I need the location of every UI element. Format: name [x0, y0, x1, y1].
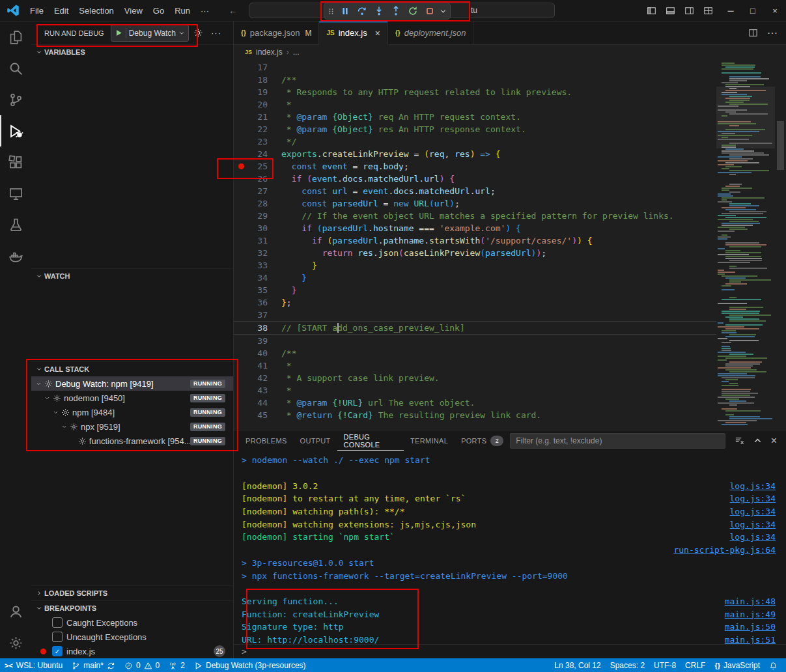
menu-go[interactable]: Go	[148, 4, 169, 18]
stop-button[interactable]	[421, 5, 438, 18]
source-link[interactable]: log.js:34	[730, 481, 776, 491]
split-editor-icon[interactable]	[748, 28, 758, 38]
filter-input[interactable]	[511, 436, 724, 445]
debug-console-input[interactable]: >	[234, 644, 786, 658]
debug-console-output[interactable]: > nodemon --watch ./ --exec npm start[no…	[234, 451, 786, 644]
code-line[interactable]: 37	[234, 309, 716, 321]
status-ports[interactable]: 2	[164, 658, 189, 672]
step-into-button[interactable]	[371, 5, 387, 18]
source-link[interactable]: log.js:34	[730, 520, 776, 529]
watch-section-header[interactable]: WATCH	[31, 268, 233, 283]
breadcrumb-file[interactable]: index.js	[256, 48, 283, 57]
code-line[interactable]: 34 }	[234, 272, 716, 284]
menu-more[interactable]: ···	[195, 4, 214, 18]
breakpoint-icon[interactable]	[234, 163, 248, 169]
code-line[interactable]: 18/**	[234, 74, 716, 86]
breakpoint-item[interactable]: ✓index.js25	[31, 644, 233, 658]
minimize-button[interactable]: ─	[720, 0, 742, 21]
source-link[interactable]: log.js:34	[730, 494, 776, 503]
remote-explorer-icon[interactable]	[0, 178, 31, 209]
toggle-secondary-sidebar-icon[interactable]	[684, 6, 694, 16]
editor[interactable]: 1718/**19 * Responds to any HTTP request…	[234, 59, 786, 430]
code-line[interactable]: 33 }	[234, 259, 716, 272]
panel-tab-debug-console[interactable]: DEBUG CONSOLE	[337, 430, 404, 451]
code-line[interactable]: 23 */	[234, 135, 716, 148]
menu-run[interactable]: Run	[169, 4, 195, 18]
source-link[interactable]: run-script-pkg.js:64	[673, 545, 776, 555]
status-language[interactable]: {}JavaScript	[710, 658, 765, 672]
breakpoint-item[interactable]: Uncaught Exceptions	[31, 630, 233, 644]
chevron-down-icon[interactable]	[438, 5, 448, 18]
menu-view[interactable]: View	[119, 4, 148, 18]
code-line[interactable]: 27 const url = event.docs.matchedUrl.url…	[234, 185, 716, 197]
code-line[interactable]: 25 const event = req.body;	[234, 160, 716, 173]
code-line[interactable]: 36};	[234, 296, 716, 309]
more-actions-icon[interactable]: ···	[211, 28, 221, 38]
code-line[interactable]: 22 * @param {Object} res An HTTP respons…	[234, 123, 716, 135]
code-line[interactable]: 19 * Responds to any HTTP request relate…	[234, 86, 716, 98]
toggle-panel-icon[interactable]	[666, 6, 675, 16]
tab-index.js[interactable]: JSindex.js×	[319, 21, 388, 45]
code-line[interactable]: 38// [START add_ons_case_preview_link]	[234, 321, 716, 335]
editor-scrollbar[interactable]	[775, 59, 786, 430]
checkbox[interactable]	[52, 632, 63, 642]
checkbox[interactable]	[52, 617, 63, 628]
checkbox[interactable]: ✓	[52, 646, 63, 656]
call-stack-session[interactable]: nodemon [9450]RUNNING	[31, 391, 233, 405]
menu-file[interactable]: File	[25, 4, 49, 18]
minimap[interactable]	[716, 59, 775, 430]
loaded-scripts-section-header[interactable]: LOADED SCRIPTS	[31, 585, 233, 600]
breadcrumb[interactable]: JS index.js › ...	[234, 45, 786, 59]
close-icon[interactable]: ×	[375, 29, 380, 38]
pause-button[interactable]	[337, 5, 353, 18]
call-stack-session[interactable]: functions-framework [954...RUNNING	[31, 434, 233, 448]
source-link[interactable]: log.js:34	[730, 532, 776, 542]
clear-console-icon[interactable]	[735, 436, 744, 445]
code-area[interactable]: 1718/**19 * Responds to any HTTP request…	[234, 59, 716, 430]
code-line[interactable]: 31 if (parsedUrl.pathname.startsWith('/s…	[234, 234, 716, 247]
source-link[interactable]: main.js:48	[725, 596, 776, 606]
source-link[interactable]: main.js:49	[725, 609, 776, 619]
drag-grip-icon[interactable]	[326, 5, 336, 18]
breakpoint-item[interactable]: Caught Exceptions	[31, 615, 233, 630]
step-over-button[interactable]	[354, 5, 370, 18]
docker-icon[interactable]	[0, 240, 31, 272]
chevron-down-icon[interactable]	[51, 410, 60, 415]
start-debug-icon[interactable]	[115, 29, 123, 37]
testing-icon[interactable]	[0, 209, 31, 240]
call-stack-section-header[interactable]: CALL STACK	[31, 361, 233, 376]
code-line[interactable]: 39	[234, 335, 716, 347]
launch-config-dropdown[interactable]: Debug Watch	[111, 25, 189, 42]
code-line[interactable]: 32 return res.json(caseLinkPreview(parse…	[234, 247, 716, 259]
status-eol[interactable]: CRLF	[681, 658, 710, 672]
call-stack-session[interactable]: npx [9519]RUNNING	[31, 419, 233, 434]
tab-deployment.json[interactable]: {}deployment.json	[388, 21, 473, 44]
chevron-down-icon[interactable]	[42, 395, 51, 401]
code-line[interactable]: 30 if (parsedUrl.hostname === 'example.c…	[234, 222, 716, 234]
call-stack-session[interactable]: Debug Watch: npm [9419]RUNNING	[31, 376, 233, 391]
status-remote[interactable]: ><WSL: Ubuntu	[0, 658, 67, 672]
menu-edit[interactable]: Edit	[49, 4, 74, 18]
code-line[interactable]: 41 *	[234, 359, 716, 372]
code-line[interactable]: 29 // If the event object URL matches a …	[234, 210, 716, 222]
more-actions-icon[interactable]: ···	[767, 27, 778, 39]
restart-button[interactable]	[404, 5, 421, 18]
console-filter[interactable]	[510, 433, 725, 449]
panel-tab-problems[interactable]: PROBLEMS	[239, 430, 294, 451]
source-link[interactable]: log.js:34	[730, 507, 776, 516]
code-line[interactable]: 43 *	[234, 384, 716, 397]
code-line[interactable]: 17	[234, 61, 716, 74]
chevron-down-icon[interactable]	[34, 381, 43, 387]
close-panel-icon[interactable]: ×	[771, 436, 777, 446]
menu-selection[interactable]: Selection	[74, 4, 119, 18]
status-branch[interactable]: main*	[67, 658, 120, 672]
status-encoding[interactable]: UTF-8	[649, 658, 681, 672]
configure-gear-icon[interactable]	[193, 28, 203, 38]
code-line[interactable]: 42 * A support case link preview.	[234, 372, 716, 384]
code-line[interactable]: 26 if (event.docs.matchedUrl.url) {	[234, 173, 716, 185]
code-line[interactable]: 45 * @return {!Card} The resulting previ…	[234, 409, 716, 421]
maximize-panel-icon[interactable]	[753, 436, 763, 445]
run-and-debug-icon[interactable]	[0, 115, 31, 147]
code-line[interactable]: 35 }	[234, 284, 716, 296]
code-line[interactable]: 44 * @param {!URL} url The event object.	[234, 397, 716, 409]
